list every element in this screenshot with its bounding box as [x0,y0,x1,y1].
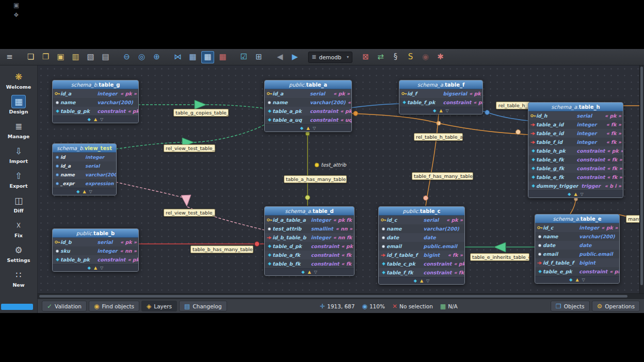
snap-grid-button[interactable]: ▦ [201,51,214,63]
sidebar-item-import[interactable]: ⇩Import [2,142,36,166]
attribute-row[interactable]: id_fbigserial« pk » [399,89,482,98]
plugins-button[interactable]: ✱ [434,51,447,63]
select-mode-button[interactable]: ☑ [237,51,250,63]
attribute-row[interactable]: namevarchar(200)« uq » [265,98,351,107]
database-selector[interactable]: ≣ demodb ▾ [308,52,352,63]
attribute-row[interactable]: table_a_uqconstraint« uq » [265,116,351,124]
zoom-reset-button[interactable]: ◎ [135,51,148,63]
sidebar-item-manage[interactable]: ≣Manage [2,118,36,141]
attribute-row[interactable]: id_b_table_binteger« nn fk » [265,233,354,242]
attribute-row[interactable]: test_attribsmallint« nn » [265,224,354,233]
attribute-row[interactable]: table_a_idinteger« fk » [528,120,623,129]
desktop-icon-1[interactable]: ▣ [13,2,19,8]
attribute-row[interactable]: datedate [379,233,464,242]
diff-tool-button[interactable]: ⇄ [374,51,387,63]
attribute-row[interactable]: skuinteger« nn » [53,246,138,255]
attribute-row[interactable]: table_e_idinteger« fk » [528,129,623,138]
open-model-button[interactable]: ❐ [39,51,52,63]
attribute-row[interactable]: emailpublic.email [379,242,464,251]
zoom-out-button[interactable]: ⊖ [120,51,133,63]
attribute-row[interactable]: table_a_fkconstraint« fk » [265,251,354,259]
attribute-canvas-label[interactable]: test_attrib [321,162,346,168]
relationship-label[interactable]: table_b_has_many_table_d [190,245,253,253]
attribute-row[interactable]: table_f_pkconstraint« pk » [399,98,482,107]
entity-header[interactable]: schema_a.table_h [528,103,623,111]
attribute-row[interactable]: namevarchar(200) [535,232,619,241]
entity-header[interactable]: schema_a.table_f [399,80,482,89]
metadata-button[interactable]: § [389,51,402,63]
arrange-objects-button[interactable]: ⊞ [252,51,265,63]
sql-tool-button[interactable]: S [404,51,417,63]
entity-header[interactable]: schema_b.view_test [53,144,116,153]
sidebar-item-design[interactable]: ▦Design [2,93,36,117]
attribute-row[interactable]: id_aserial« pk » [265,89,351,98]
attribute-row[interactable]: id_a_table_ainteger« pk fk » [265,216,354,224]
save-model-button[interactable]: ▣ [54,51,67,63]
diagram-canvas[interactable]: table_g_copies_table_arel_view_test_tabl… [38,65,639,293]
entity-header[interactable]: schema_a.table_e [535,215,619,223]
entity-view_test[interactable]: schema_b.view_testidintegerid_aserialnam… [52,143,117,195]
attribute-row[interactable]: id_aserial [53,161,116,170]
attribute-row[interactable]: table_g_fkconstraint« fk » [528,164,623,173]
layers-button[interactable]: ◈Layers [141,301,177,311]
vertical-scrollbar[interactable] [639,65,644,293]
find-objects-button[interactable]: ◉Find objects [89,301,139,311]
operations-panel-button[interactable]: ⚙Operations [592,301,640,311]
sidebar-item-diff[interactable]: ◫Diff [2,192,36,216]
save-as-button[interactable]: ▥ [69,51,82,63]
sidebar-item-settings[interactable]: ⚙Settings [2,241,36,265]
fit-view-button[interactable]: ⋈ [171,51,184,63]
relationship-label[interactable]: table_a_has_many_table_d [284,175,347,183]
attribute-row[interactable]: table_a_fkconstraint« fk » [528,155,623,164]
relationship-label[interactable]: rel_table_h_ [496,102,530,109]
attribute-row[interactable]: namevarchar(200) [379,224,464,233]
attribute-row[interactable]: table_f_idinteger« fk » [528,138,623,146]
attribute-row[interactable]: table_f_fkconstraint« fk » [379,268,464,277]
attribute-row[interactable]: _exprexpression [53,179,116,188]
relationship-label[interactable]: table_g_copies_table_a [173,109,229,117]
attribute-row[interactable]: table_e_fkconstraint« fk » [528,173,623,182]
entity-table_d[interactable]: schema_a.table_did_a_table_ainteger« pk … [264,206,355,276]
nav-back-button[interactable]: ◀ [273,51,286,63]
entity-header[interactable]: schema_a.table_d [265,207,354,216]
attribute-row[interactable]: namevarchar(200) [53,170,116,179]
attribute-row[interactable]: id_bserial« pk » [53,238,138,246]
entity-header[interactable]: public.table_b [53,229,138,238]
entity-header[interactable]: public.table_c [379,207,464,216]
attribute-row[interactable]: idinteger [53,153,116,161]
attribute-row[interactable]: table_a_pkconstraint« pk » [265,107,351,116]
drop-object-button[interactable]: ⊠ [359,51,372,63]
horizontal-scrollbar[interactable] [38,293,644,299]
grid-toggle-button[interactable]: ▦ [186,51,199,63]
attribute-row[interactable]: id_hserial« pk » [528,111,623,120]
attribute-row[interactable]: table_d_pkconstraint« pk » [265,242,354,251]
zoom-in-button[interactable]: ⊕ [150,51,163,63]
attribute-row[interactable]: id_cserial« pk » [379,216,464,224]
attribute-row[interactable]: emailpublic.email [535,250,619,258]
entity-table_c[interactable]: public.table_cid_cserial« pk »namevarcha… [378,206,465,285]
attribute-row[interactable]: table_b_pkconstraint« pk » [53,255,138,264]
horizontal-scrollbar-handle[interactable] [39,295,627,298]
desktop-icon-2[interactable]: ❖ [13,12,19,18]
relationship-label[interactable]: rel_table_h_table_a [414,133,463,141]
entity-table_g[interactable]: schema_b.table_gid_ainteger« pk »namevar… [52,80,139,123]
entity-header[interactable]: schema_b.table_g [53,80,138,89]
entity-table_a[interactable]: public.table_aid_aserial« pk »namevarcha… [264,80,352,132]
entity-table_b[interactable]: public.table_bid_bserial« pk »skuinteger… [52,228,139,272]
entity-table_e[interactable]: schema_a.table_eid_cinteger« pk »namevar… [535,214,620,284]
attribute-row[interactable]: id_f_table_fbigint« fk » [379,251,464,259]
changelog-button[interactable]: ▤Changelog [179,301,227,311]
attribute-row[interactable]: namevarchar(200) [53,98,138,107]
sidebar-item-export[interactable]: ⇧Export [2,167,36,191]
attribute-row[interactable]: table_b_fkconstraint« fk » [265,259,354,268]
relationship-label[interactable]: rel_view_test_table_d [164,209,215,217]
relationship-label[interactable]: many [626,215,639,223]
attribute-row[interactable]: id_f_table_fbigint [535,258,619,267]
entity-table_f[interactable]: schema_a.table_fid_fbigserial« pk »table… [399,80,483,114]
print-model-button[interactable]: ▤ [99,51,112,63]
attribute-row[interactable]: table_e_pkconstraint« pk » [535,267,619,276]
new-model-button[interactable]: ❏ [24,51,37,63]
relationship-label[interactable]: table_f_has_many_table_c [412,172,473,180]
sidebar-item-welcome[interactable]: ❋Welcome [2,68,36,92]
attribute-row[interactable]: datedate [535,241,619,250]
